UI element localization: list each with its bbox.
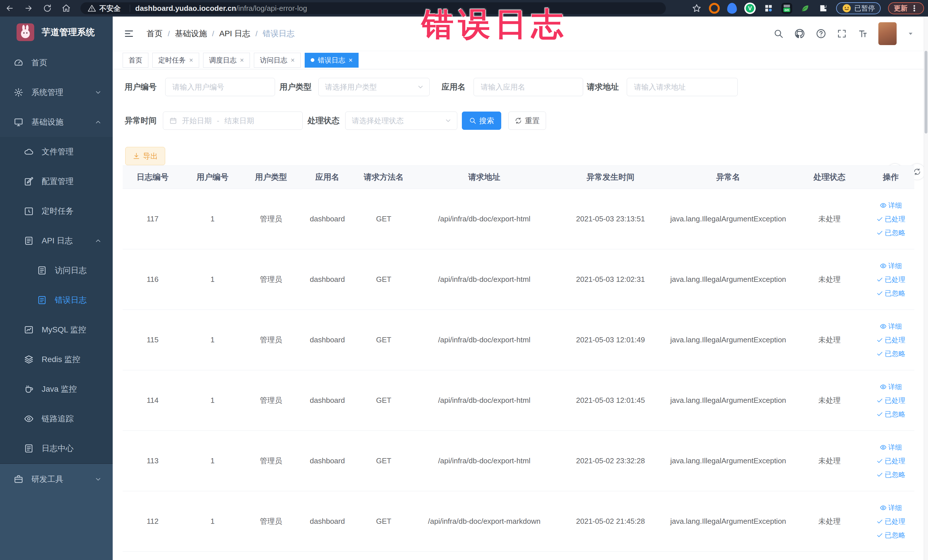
active-tab-dot	[311, 58, 314, 62]
sidebar-item-access-log[interactable]: 访问日志	[0, 256, 113, 285]
main-area: 首页 / 基础设施 / API 日志 / 错误日志 首页 定时任务× 调度日志	[113, 17, 928, 560]
close-tab-icon[interactable]: ×	[291, 56, 295, 64]
close-tab-icon[interactable]: ×	[240, 56, 244, 64]
app-name-field[interactable]	[473, 78, 583, 96]
browser-menu-dots-icon[interactable]	[910, 4, 918, 12]
page-scrollbar	[924, 17, 928, 560]
column-header-exception: 异常名	[665, 172, 792, 183]
sidebar-item-devtools[interactable]: 研发工具	[0, 464, 113, 495]
browser-reload-icon[interactable]	[41, 2, 53, 15]
cell-app-name: dashboard	[299, 456, 355, 465]
extension-icon-green-v[interactable]: V	[744, 3, 756, 14]
caret-down-icon[interactable]	[907, 30, 914, 37]
detail-link[interactable]: 详细	[880, 503, 902, 512]
ignored-link[interactable]: 已忽略	[876, 349, 905, 358]
processed-link[interactable]: 已处理	[876, 456, 905, 465]
cell-status: 未处理	[792, 335, 867, 345]
tab-error-log[interactable]: 错误日志×	[305, 53, 359, 68]
detail-link[interactable]: 详细	[880, 382, 902, 391]
ignored-link[interactable]: 已忽略	[876, 410, 905, 419]
request-url-input[interactable]	[633, 82, 731, 92]
tab-scheduled-jobs[interactable]: 定时任务×	[152, 53, 199, 68]
tab-home[interactable]: 首页	[123, 53, 148, 68]
fullscreen-icon[interactable]	[837, 29, 847, 39]
search-button[interactable]: 搜索	[462, 111, 501, 130]
processed-link[interactable]: 已处理	[876, 517, 905, 526]
export-button-label: 导出	[143, 151, 158, 161]
processed-link[interactable]: 已处理	[876, 215, 905, 224]
sidebar-item-label: 链路追踪	[42, 414, 73, 424]
sidebar-toggle-icon[interactable]	[123, 27, 135, 40]
extension-icon-on-badge[interactable]: on	[781, 3, 792, 14]
profile-paused-chip[interactable]: 已暂停	[836, 2, 881, 14]
user-id-field[interactable]	[165, 78, 275, 96]
sidebar-logo[interactable]: 芋道管理系统	[0, 17, 113, 48]
tab-access-log[interactable]: 访问日志×	[254, 53, 301, 68]
ignored-link[interactable]: 已忽略	[876, 531, 905, 540]
request-url-field[interactable]	[627, 78, 738, 96]
cell-status: 未处理	[792, 275, 867, 284]
check-icon	[876, 471, 883, 478]
breadcrumb-api-log[interactable]: API 日志	[219, 28, 250, 39]
process-status-select[interactable]: 请选择处理状态	[345, 111, 457, 130]
detail-link[interactable]: 详细	[880, 443, 902, 452]
extension-icon-leaf[interactable]	[800, 3, 810, 14]
sidebar-item-log-center[interactable]: 日志中心	[0, 433, 113, 463]
table-row: 112 1 管理员 dashboard GET /api/infra/db-do…	[123, 491, 914, 552]
sidebar-item-scheduled-jobs[interactable]: 定时任务	[0, 196, 113, 226]
browser-back-icon[interactable]	[3, 2, 16, 15]
browser-update-button[interactable]: 更新	[888, 2, 924, 14]
ignored-link[interactable]: 已忽略	[876, 228, 905, 237]
user-type-select[interactable]: 请选择用户类型	[318, 78, 430, 96]
sidebar-item-tracing[interactable]: 链路追踪	[0, 404, 113, 433]
sidebar-item-config-manage[interactable]: 配置管理	[0, 166, 113, 196]
close-tab-icon[interactable]: ×	[349, 56, 353, 64]
sidebar-item-java-monitor[interactable]: Java 监控	[0, 374, 113, 404]
user-avatar[interactable]	[878, 22, 897, 45]
github-icon[interactable]	[794, 28, 805, 40]
close-tab-icon[interactable]: ×	[189, 56, 193, 64]
help-icon[interactable]	[816, 28, 826, 39]
filter-row-2: 异常时间 开始日期 - 结束日期 处理状态 请选择处理状态 搜索	[113, 111, 928, 130]
tags-view-bar: 首页 定时任务× 调度日志× 访问日志× 错误日志×	[113, 51, 928, 69]
font-size-icon[interactable]	[857, 28, 868, 39]
extension-icon-orange-ring[interactable]	[709, 3, 720, 14]
tab-schedule-log[interactable]: 调度日志×	[203, 53, 250, 68]
detail-link[interactable]: 详细	[880, 201, 902, 210]
breadcrumb-home[interactable]: 首页	[147, 28, 163, 39]
sidebar-item-redis-monitor[interactable]: Redis 监控	[0, 345, 113, 374]
scrollbar-thumb[interactable]	[925, 51, 927, 134]
browser-home-icon[interactable]	[60, 2, 72, 15]
ignored-link[interactable]: 已忽略	[876, 289, 905, 298]
cell-method: GET	[355, 517, 412, 526]
breadcrumb-infra[interactable]: 基础设施	[175, 28, 207, 39]
user-id-input[interactable]	[172, 82, 269, 92]
sidebar-item-file-manage[interactable]: 文件管理	[0, 137, 113, 166]
processed-link[interactable]: 已处理	[876, 336, 905, 345]
bookmark-star-icon[interactable]	[692, 3, 702, 13]
export-button[interactable]: 导出	[125, 147, 165, 165]
detail-link[interactable]: 详细	[880, 261, 902, 270]
app-name-input[interactable]	[480, 82, 577, 92]
extension-icon-grid[interactable]	[763, 3, 774, 14]
sidebar-item-system[interactable]: 系统管理	[0, 78, 113, 107]
sidebar-item-mysql-monitor[interactable]: MySQL 监控	[0, 315, 113, 345]
exception-time-range-picker[interactable]: 开始日期 - 结束日期	[163, 111, 303, 130]
browser-forward-icon[interactable]	[22, 2, 35, 15]
processed-link[interactable]: 已处理	[876, 396, 905, 405]
sidebar-item-infra[interactable]: 基础设施	[0, 107, 113, 137]
detail-link[interactable]: 详细	[880, 322, 902, 331]
reset-button[interactable]: 重置	[508, 111, 546, 130]
extension-icon-blue-shield[interactable]	[727, 3, 737, 14]
address-bar[interactable]: 不安全 dashboard.yudao.iocoder.cn/infra/log…	[81, 2, 666, 14]
sidebar-item-error-log[interactable]: 错误日志	[0, 285, 113, 315]
sidebar-item-api-log[interactable]: API 日志	[0, 226, 113, 256]
cell-method: GET	[355, 275, 412, 284]
search-icon[interactable]	[773, 29, 784, 39]
extension-icon-puzzle[interactable]	[818, 3, 829, 14]
ignored-link[interactable]: 已忽略	[876, 470, 905, 479]
security-label[interactable]: 不安全	[99, 4, 121, 13]
processed-link[interactable]: 已处理	[876, 275, 905, 284]
sidebar-item-home[interactable]: 首页	[0, 48, 113, 78]
breadcrumb-separator: /	[168, 29, 170, 38]
